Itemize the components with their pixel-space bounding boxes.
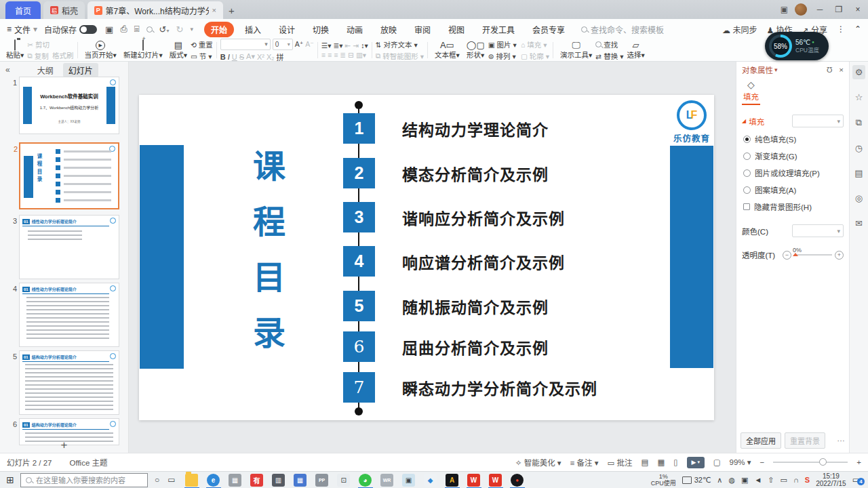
reset-button[interactable]: ⟲ 重置 <box>191 39 213 49</box>
zoom-slider[interactable] <box>773 462 848 463</box>
taskbar-app-grid[interactable]: ▦ <box>224 472 246 488</box>
taskbar-wechat[interactable]: ◕ <box>355 472 376 488</box>
option-picture-fill[interactable]: 图片或纹理填充(P) <box>743 167 849 178</box>
align-left-icon[interactable]: ≡ <box>321 51 326 59</box>
item-number-1[interactable]: 1 <box>343 113 375 144</box>
beautify-button[interactable]: ✧ 智能美化 ▾ <box>515 457 561 468</box>
strike-button[interactable]: S <box>239 53 244 61</box>
apply-all-button[interactable]: 全部应用 <box>741 432 781 449</box>
taskbar-wps-2[interactable]: W <box>485 472 507 488</box>
tab-outline[interactable]: 大纲 <box>32 63 59 77</box>
properties-strip-icon[interactable]: ⚙ <box>852 65 866 79</box>
cpu-usage-indicator[interactable]: 1%CPU使用 <box>651 473 676 487</box>
justify-icon[interactable]: ≣ <box>340 51 346 59</box>
maximize-button[interactable]: ❐ <box>833 5 845 14</box>
taskbar-wps-pp[interactable]: PP <box>311 472 333 488</box>
taskbar-youdao[interactable]: 有 <box>246 472 268 488</box>
theme-name[interactable]: Office 主题 <box>69 457 107 468</box>
picture-button[interactable]: ▣ 图片▾ <box>488 39 517 49</box>
transparency-plus-button[interactable]: + <box>835 251 844 260</box>
fill-style-select[interactable]: ▾ <box>792 115 844 127</box>
option-pattern-fill[interactable]: 图案填充(A) <box>743 184 849 195</box>
slide-thumbnail-5[interactable]: 5 01 结构动力学分析理论简介 <box>19 350 119 415</box>
workspace-icon[interactable]: ▣ <box>781 5 788 14</box>
task-view-icon[interactable]: ▭ <box>167 475 175 485</box>
taskbar-edge-browser[interactable]: e <box>203 472 224 488</box>
fill-button[interactable]: ⌂ 填充▾ <box>521 39 549 49</box>
item-number-6[interactable]: 6 <box>343 331 375 362</box>
sync-status[interactable]: ☁ 未同步 <box>722 24 757 35</box>
superscript-button[interactable]: X² <box>257 53 264 61</box>
replace-button[interactable]: ⇄ 替换▾ <box>595 51 623 61</box>
cut-button[interactable]: ✂ 剪切 <box>27 39 50 49</box>
pinyin-button[interactable]: 拼 <box>277 52 284 62</box>
paste-button[interactable]: 粘贴▾ <box>3 41 27 59</box>
bell-icon[interactable]: Ω <box>827 66 833 74</box>
new-slide-button[interactable]: 新建幻灯片▾ <box>120 41 166 59</box>
autosave-toggle[interactable] <box>79 25 97 34</box>
item-number-5[interactable]: 5 <box>343 291 375 321</box>
more-options-icon[interactable]: ⋯ <box>837 436 846 445</box>
minimize-button[interactable]: ─ <box>814 5 826 14</box>
zoom-slider-knob[interactable] <box>819 458 827 466</box>
editing-canvas[interactable]: 课程目录 1 结构动力学理论简介 2 模态分析简介及示例 3 谐响应分析简介及示… <box>130 62 736 453</box>
color-select[interactable]: ▾ <box>792 224 844 237</box>
close-tab-icon[interactable]: × <box>212 6 216 14</box>
layers-strip-icon[interactable]: ⧉ <box>856 117 862 128</box>
wps-tray-icon[interactable]: S <box>805 476 810 484</box>
outline-button[interactable]: ▢ 轮廓▾ <box>521 51 549 61</box>
effects-strip-icon[interactable]: ☆ <box>855 92 863 102</box>
reset-background-button[interactable]: 重置背景 <box>785 432 825 449</box>
font-size-select[interactable]: 0▾ <box>273 39 293 50</box>
notification-center[interactable]: ▭4 <box>852 475 863 485</box>
taskbar-media-app[interactable]: ▥ <box>268 472 290 488</box>
present-tools-button[interactable]: 🖵 演示工具▾ <box>557 41 595 59</box>
avatar[interactable] <box>795 3 807 16</box>
item-text-3[interactable]: 谐响应分析简介及示例 <box>402 202 565 232</box>
more-menu-icon[interactable]: ⋮ <box>837 24 845 34</box>
item-number-4[interactable]: 4 <box>343 246 375 277</box>
start-button[interactable]: ⊞ <box>0 474 20 485</box>
option-hide-background[interactable]: 隐藏背景图形(H) <box>743 201 849 212</box>
zoom-out-button[interactable]: − <box>760 458 765 466</box>
volume-icon[interactable]: ◄ <box>754 476 762 484</box>
align-center-icon[interactable]: ≡ <box>328 51 332 59</box>
tray-expand-icon[interactable]: ∧ <box>717 476 722 485</box>
tab-animation[interactable]: 动画 <box>340 22 370 37</box>
close-panel-icon[interactable]: × <box>839 66 844 74</box>
tab-docer[interactable]: 稻 稻壳 <box>43 1 85 19</box>
item-text-5[interactable]: 随机振动简介及示例 <box>402 291 549 321</box>
columns-icon[interactable]: ▥▾ <box>356 51 366 59</box>
usb-icon[interactable]: ⇧ <box>768 476 774 485</box>
command-search[interactable]: 查找命令、搜索模板 <box>581 24 664 35</box>
tab-slides[interactable]: 幻灯片 <box>63 63 98 77</box>
image-strip-icon[interactable]: ▤ <box>854 168 863 178</box>
preview-icon[interactable] <box>146 24 153 35</box>
bold-button[interactable]: B <box>220 53 226 61</box>
subscript-button[interactable]: X₂ <box>267 53 275 61</box>
add-slide-button[interactable]: + <box>0 439 128 452</box>
redo-icon[interactable]: ↻ <box>176 24 184 35</box>
comments-button[interactable]: ▭ 批注 <box>608 457 633 468</box>
taskbar-screen-recorder[interactable]: ● <box>507 472 528 488</box>
weather-widget[interactable]: 32℃ <box>682 476 711 485</box>
zoom-level[interactable]: 99% ▾ <box>730 458 751 467</box>
textbox-button[interactable]: A▭ 文本框▾ <box>431 41 463 59</box>
taskbar-clock[interactable]: 15:192022/7/15 <box>816 472 846 488</box>
cortana-icon[interactable]: ○ <box>155 475 159 485</box>
slide-right-bar[interactable] <box>670 146 713 368</box>
font-name-select[interactable]: ▾ <box>220 39 271 50</box>
increase-font-icon[interactable]: A⁺ <box>295 40 304 48</box>
taskbar-file-explorer[interactable] <box>181 472 203 488</box>
view-normal-icon[interactable]: ▤ <box>642 458 649 467</box>
tab-document[interactable]: P 第7章、Work...h结构动力学分析 × <box>87 1 223 19</box>
tab-member[interactable]: 会员专享 <box>526 22 572 37</box>
find-button[interactable]: 查找 <box>595 39 623 49</box>
new-tab-button[interactable]: + <box>229 1 235 19</box>
slide-thumbnail-2-selected[interactable]: 2 课程目录 <box>19 142 119 209</box>
close-button[interactable]: × <box>852 5 864 14</box>
shape-button[interactable]: ◯▢ 形状▾ <box>463 41 488 59</box>
taskbar-screen-cast[interactable]: ⊡ <box>333 472 355 488</box>
tab-transition[interactable]: 切换 <box>306 22 336 37</box>
current-slide[interactable]: 课程目录 1 结构动力学理论简介 2 模态分析简介及示例 3 谐响应分析简介及示… <box>139 95 714 420</box>
